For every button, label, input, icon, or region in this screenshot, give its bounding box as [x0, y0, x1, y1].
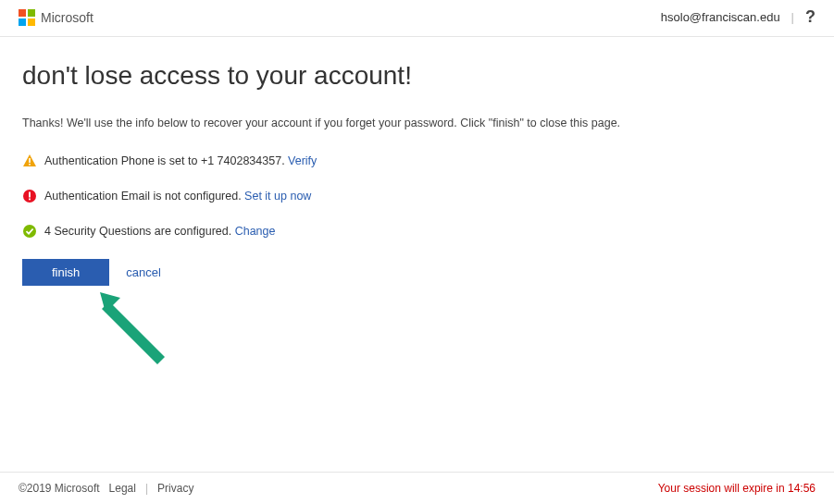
svg-rect-0	[29, 158, 31, 163]
separator: |	[145, 482, 148, 495]
error-icon	[22, 189, 37, 203]
svg-rect-4	[29, 199, 31, 201]
help-icon[interactable]: ?	[805, 7, 815, 27]
footer: ©2019 Microsoft Legal | Privacy Your ses…	[0, 472, 834, 504]
finish-button[interactable]: finish	[22, 259, 109, 286]
auth-phone-text: Authentication Phone is set to +1 740283…	[44, 154, 317, 167]
svg-marker-7	[102, 301, 165, 364]
auth-phone-row: Authentication Phone is set to +1 740283…	[22, 154, 812, 168]
legal-link[interactable]: Legal	[109, 482, 136, 495]
cancel-link[interactable]: cancel	[126, 265, 161, 279]
success-icon	[22, 224, 37, 239]
auth-email-label: Authentication Email is not configured.	[44, 190, 244, 203]
security-questions-label: 4 Security Questions are configured.	[44, 225, 235, 238]
copyright: ©2019 Microsoft	[19, 482, 100, 495]
auth-email-text: Authentication Email is not configured. …	[44, 190, 311, 203]
svg-rect-1	[29, 164, 31, 166]
user-email: hsolo@franciscan.edu	[661, 10, 780, 24]
privacy-link[interactable]: Privacy	[157, 482, 193, 495]
svg-point-5	[23, 225, 36, 238]
microsoft-logo-icon	[19, 9, 35, 26]
svg-marker-6	[100, 292, 120, 313]
auth-phone-value: +1 7402834357	[201, 154, 281, 167]
intro-text: Thanks! We'll use the info below to reco…	[22, 117, 812, 129]
brand-name: Microsoft	[41, 10, 93, 25]
setup-email-link[interactable]: Set it up now	[244, 190, 311, 203]
brand: Microsoft	[19, 9, 93, 26]
annotation-arrow-icon	[93, 285, 176, 372]
verify-phone-link[interactable]: Verify	[288, 154, 317, 167]
session-time: 14:56	[788, 482, 815, 495]
warning-icon	[22, 154, 37, 168]
auth-email-row: Authentication Email is not configured. …	[22, 189, 812, 203]
change-questions-link[interactable]: Change	[235, 225, 276, 238]
footer-left: ©2019 Microsoft Legal | Privacy	[19, 482, 193, 495]
page-title: don't lose access to your account!	[22, 61, 812, 91]
main-content: don't lose access to your account! Thank…	[0, 37, 834, 286]
security-questions-text: 4 Security Questions are configured. Cha…	[44, 225, 275, 238]
separator: |	[791, 10, 794, 24]
security-questions-row: 4 Security Questions are configured. Cha…	[22, 224, 812, 239]
session-timer: Your session will expire in 14:56	[658, 482, 815, 495]
action-bar: finish cancel	[22, 259, 812, 286]
header: Microsoft hsolo@franciscan.edu | ?	[0, 0, 834, 37]
header-right: hsolo@franciscan.edu | ?	[661, 7, 815, 27]
session-prefix: Your session will expire in	[658, 482, 788, 495]
auth-phone-prefix: Authentication Phone is set to	[44, 154, 201, 167]
svg-rect-3	[29, 192, 31, 198]
